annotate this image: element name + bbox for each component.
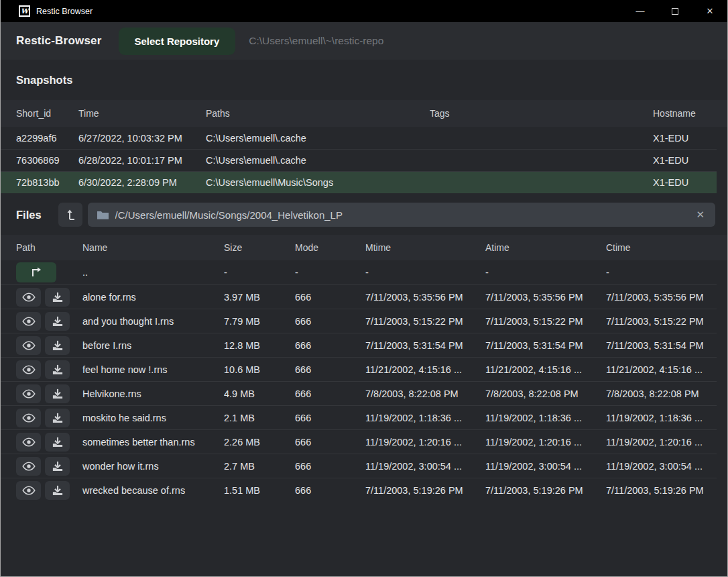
file-row[interactable]: sometimes better than.rns 2.26 MB 666 11… — [1, 429, 717, 454]
file-size: 7.79 MB — [224, 316, 295, 327]
file-ctime: 11/21/2002, 4:15:16 ... — [606, 364, 717, 375]
current-path-value: /C/Users/emuell/Music/Songs/2004_Helveti… — [115, 209, 688, 221]
file-ctime: - — [606, 267, 717, 278]
app-title: Restic-Browser — [16, 34, 102, 48]
col-hostname: Hostname — [653, 108, 727, 119]
file-actions — [16, 360, 82, 379]
preview-button[interactable] — [16, 312, 41, 331]
snapshot-row[interactable]: a2299af6 6/27/2022, 10:03:32 PM C:\Users… — [1, 127, 717, 149]
preview-button[interactable] — [16, 288, 41, 307]
snapshot-row-selected[interactable]: 72b813bb 6/30/2022, 2:28:09 PM C:\Users\… — [1, 171, 717, 193]
file-row[interactable]: before I.rns 12.8 MB 666 7/11/2003, 5:31… — [1, 333, 717, 357]
download-icon — [52, 437, 63, 448]
file-size: 1.51 MB — [224, 485, 295, 496]
parent-directory-row[interactable]: .. - - - - - — [1, 260, 717, 284]
download-button[interactable] — [45, 481, 70, 500]
file-row[interactable]: feel home now !.rns 10.6 MB 666 11/21/20… — [1, 357, 717, 381]
preview-button[interactable] — [16, 457, 41, 476]
eye-icon — [22, 486, 36, 495]
file-name: wrecked because of.rns — [82, 485, 224, 496]
download-button[interactable] — [45, 312, 70, 331]
file-mode: 666 — [295, 292, 365, 303]
file-mtime: 11/19/2002, 1:18:36 ... — [365, 413, 485, 423]
file-ctime: 7/11/2003, 5:19:26 PM — [606, 485, 717, 496]
snapshot-row[interactable]: 76306869 6/28/2022, 10:01:17 PM C:\Users… — [1, 149, 717, 171]
go-to-parent-button[interactable] — [16, 262, 56, 282]
file-row[interactable]: wonder how it.rns 2.7 MB 666 11/19/2002,… — [1, 454, 717, 478]
preview-button[interactable] — [16, 384, 41, 403]
file-row[interactable]: and you thought I.rns 7.79 MB 666 7/11/2… — [1, 309, 717, 333]
file-size: 2.26 MB — [224, 437, 295, 448]
download-button[interactable] — [45, 409, 70, 427]
col-time: Time — [78, 108, 206, 119]
file-mtime: 7/11/2003, 5:31:54 PM — [365, 340, 485, 351]
file-row[interactable]: alone for.rns 3.97 MB 666 7/11/2003, 5:3… — [1, 284, 717, 309]
file-atime: 7/11/2003, 5:31:54 PM — [485, 340, 606, 351]
file-actions — [16, 409, 82, 427]
file-row[interactable]: wrecked because of.rns 1.51 MB 666 7/11/… — [1, 478, 717, 502]
file-mode: 666 — [295, 316, 365, 327]
download-button[interactable] — [45, 457, 70, 476]
file-actions — [16, 262, 82, 282]
snapshots-rows: a2299af6 6/27/2022, 10:03:32 PM C:\Users… — [1, 127, 717, 193]
file-mode: 666 — [295, 485, 365, 496]
file-name: alone for.rns — [82, 292, 224, 303]
download-icon — [52, 461, 63, 472]
navigate-up-button[interactable] — [58, 203, 82, 227]
download-button[interactable] — [45, 288, 70, 307]
preview-button[interactable] — [16, 433, 41, 452]
current-path-field[interactable]: /C/Users/emuell/Music/Songs/2004_Helveti… — [88, 203, 715, 227]
download-button[interactable] — [45, 360, 70, 379]
app-header: Restic-Browser Select Repository C:\User… — [1, 22, 727, 60]
close-button[interactable]: ✕ — [692, 0, 727, 22]
col-paths: Paths — [206, 108, 430, 119]
download-button[interactable] — [45, 433, 70, 452]
col-size: Size — [224, 242, 295, 253]
file-actions — [16, 288, 82, 307]
eye-icon — [22, 341, 36, 350]
file-size: 3.97 MB — [224, 292, 295, 303]
file-atime: 11/19/2002, 1:20:16 ... — [485, 437, 606, 448]
clear-icon: ✕ — [696, 209, 705, 220]
download-button[interactable] — [45, 336, 70, 355]
file-name: before I.rns — [82, 340, 224, 351]
eye-icon — [22, 389, 36, 399]
file-size: 4.9 MB — [224, 388, 295, 399]
preview-button[interactable] — [16, 360, 41, 379]
col-ctime: Ctime — [606, 242, 727, 253]
snapshot-hostname: X1-EDU — [653, 155, 717, 166]
preview-button[interactable] — [16, 336, 41, 355]
file-mode: 666 — [295, 388, 365, 399]
download-icon — [52, 316, 63, 327]
preview-button[interactable] — [16, 409, 41, 427]
file-mtime: 7/11/2003, 5:15:22 PM — [365, 316, 485, 327]
file-row[interactable]: Helvikone.rns 4.9 MB 666 7/8/2003, 8:22:… — [1, 381, 717, 405]
files-table-header: Path Name Size Mode Mtime Atime Ctime — [1, 235, 727, 260]
eye-icon — [22, 365, 36, 374]
clear-path-button[interactable]: ✕ — [694, 209, 706, 221]
files-rows: .. - - - - - alone for.rns 3.97 MB 666 7… — [1, 260, 717, 502]
eye-icon — [22, 462, 36, 471]
preview-button[interactable] — [16, 481, 41, 500]
minimize-button[interactable]: — — [623, 0, 658, 22]
file-actions — [16, 433, 82, 452]
file-mtime: 7/11/2003, 5:19:26 PM — [365, 485, 485, 496]
snapshot-short-id: 72b813bb — [16, 177, 78, 188]
file-row[interactable]: moskito he said.rns 2.1 MB 666 11/19/200… — [1, 405, 717, 429]
file-atime: 7/11/2003, 5:15:22 PM — [485, 316, 606, 327]
col-short-id: Short_id — [16, 108, 78, 119]
file-ctime: 7/8/2003, 8:22:08 PM — [606, 388, 717, 399]
maximize-button[interactable] — [658, 0, 692, 22]
snapshot-time: 6/28/2022, 10:01:17 PM — [78, 155, 206, 166]
file-mode: 666 — [295, 437, 365, 448]
file-name: .. — [82, 267, 224, 278]
window-title: Restic Browser — [36, 7, 93, 16]
download-icon — [52, 292, 63, 303]
file-atime: 7/11/2003, 5:35:56 PM — [485, 292, 606, 303]
download-icon — [52, 388, 63, 399]
file-mtime: 11/21/2002, 4:15:16 ... — [365, 364, 485, 375]
app-window: W Restic Browser — ✕ Restic-Browser Sele… — [0, 0, 728, 577]
select-repository-button[interactable]: Select Repository — [119, 28, 236, 55]
file-mode: 666 — [295, 461, 365, 472]
download-button[interactable] — [45, 384, 70, 403]
